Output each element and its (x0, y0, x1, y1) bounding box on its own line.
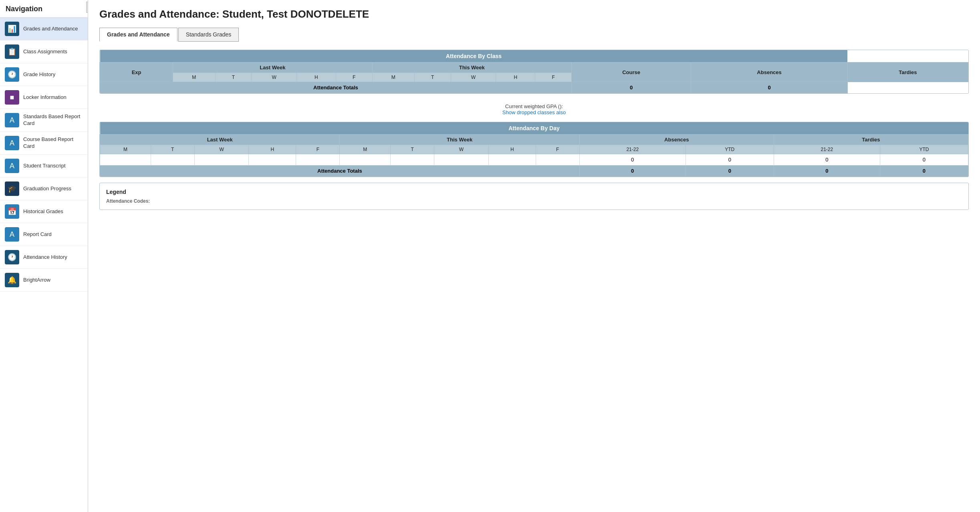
attendance-by-class-section: Attendance By Class Exp Last Week This W… (99, 50, 969, 94)
sidebar-item-class-assignments[interactable]: 📋Class Assignments (0, 40, 88, 63)
gpa-text: Current weighted GPA (): (99, 103, 969, 109)
sidebar-item-grade-history[interactable]: 🕐Grade History (0, 63, 88, 86)
sidebar-collapse-button[interactable]: ◀ (86, 2, 88, 13)
attendance-by-class-title: Attendance By Class (100, 50, 848, 62)
day-lw-h-val (249, 154, 296, 165)
day-lw-h: H (249, 145, 296, 154)
nav-icon-class-assignments: 📋 (5, 44, 19, 59)
day-tw-m-val (340, 154, 391, 165)
sidebar-item-locker-information[interactable]: ■Locker Information (0, 86, 88, 109)
main-content: Grades and Attendance: Student, Test DON… (88, 0, 980, 512)
attendance-by-class-header-row: Exp Last Week This Week Course Absences … (100, 62, 968, 73)
nav-icon-grades-attendance: 📊 (5, 22, 19, 36)
sidebar-item-label-attendance-history: Attendance History (23, 254, 67, 261)
sidebar: Navigation ◀ 📊Grades and Attendance📋Clas… (0, 0, 88, 512)
lw-t: T (215, 73, 252, 82)
gpa-section: Current weighted GPA (): Show dropped cl… (99, 99, 969, 122)
sidebar-item-label-bright-arrow: BrightArrow (23, 277, 50, 284)
attendance-by-day-header-row: Last Week This Week Absences Tardies (100, 135, 968, 145)
attendance-by-class-title-row: Attendance By Class (100, 50, 968, 62)
tardies-header-day: Tardies (774, 135, 968, 145)
sidebar-item-grades-attendance[interactable]: 📊Grades and Attendance (0, 18, 88, 40)
absences-header-day: Absences (579, 135, 774, 145)
tar-2122-header: 21-22 (774, 145, 880, 154)
attendance-totals-label-class: Attendance Totals (100, 82, 572, 93)
sidebar-item-label-report-card: Report Card (23, 231, 52, 238)
day-abs-ytd: 0 (686, 154, 774, 165)
day-lw-w-val (194, 154, 249, 165)
tab-standards-grades[interactable]: Standards Grades (178, 28, 239, 42)
sidebar-item-standards-based-report-card[interactable]: AStandards Based Report Card (0, 109, 88, 132)
sidebar-item-course-based-report-card[interactable]: ACourse Based Report Card (0, 132, 88, 155)
nav-icon-bright-arrow: 🔔 (5, 273, 19, 287)
sidebar-item-student-transcript[interactable]: AStudent Transcript (0, 155, 88, 177)
attendance-by-day-table: Attendance By Day Last Week This Week Ab… (100, 122, 968, 177)
day-tw-m: M (340, 145, 391, 154)
this-week-header-class: This Week (372, 62, 571, 73)
tw-w: W (451, 73, 496, 82)
nav-icon-attendance-history: 🕐 (5, 250, 19, 264)
sidebar-item-report-card[interactable]: AReport Card (0, 223, 88, 246)
sidebar-item-label-historical-grades: Historical Grades (23, 208, 63, 215)
day-tar-ytd: 0 (880, 154, 968, 165)
totals-tar-2122: 0 (774, 165, 880, 177)
sidebar-item-label-graduation-progress: Graduation Progress (23, 185, 71, 192)
nav-items-container: 📊Grades and Attendance📋Class Assignments… (0, 18, 88, 292)
attendance-by-class-totals-row: Attendance Totals 0 0 (100, 82, 968, 93)
lw-h: H (296, 73, 336, 82)
abs-2122-header: 21-22 (579, 145, 686, 154)
legend-attendance-codes: Attendance Codes: (106, 198, 962, 204)
nav-icon-student-transcript: A (5, 159, 19, 173)
course-header: Course (571, 62, 691, 82)
this-week-header-day: This Week (340, 135, 579, 145)
day-tw-h: H (488, 145, 536, 154)
lw-m: M (173, 73, 215, 82)
nav-icon-standards-based-report-card: A (5, 113, 19, 127)
sidebar-item-label-locker-information: Locker Information (23, 94, 67, 101)
attendance-by-day-data-row: 0 0 0 0 (100, 154, 968, 165)
sidebar-item-label-course-based-report-card: Course Based Report Card (23, 136, 83, 150)
sidebar-item-label-class-assignments: Class Assignments (23, 48, 67, 55)
lw-f: F (336, 73, 372, 82)
attendance-by-day-title: Attendance By Day (100, 122, 968, 135)
totals-abs-ytd: 0 (686, 165, 774, 177)
attendance-totals-label-day: Attendance Totals (100, 165, 580, 177)
total-absences-class: 0 (571, 82, 691, 93)
nav-icon-course-based-report-card: A (5, 136, 19, 150)
abs-ytd-header: YTD (686, 145, 774, 154)
day-tar-2122: 0 (774, 154, 880, 165)
day-lw-m-val (100, 154, 151, 165)
day-tw-w: W (434, 145, 489, 154)
day-lw-f: F (296, 145, 340, 154)
sidebar-item-historical-grades[interactable]: 📅Historical Grades (0, 200, 88, 223)
attendance-by-class-table: Attendance By Class Exp Last Week This W… (100, 50, 968, 93)
day-tw-h-val (488, 154, 536, 165)
absences-header-class: Absences (691, 62, 848, 82)
day-lw-f-val (296, 154, 340, 165)
day-tw-f-val (536, 154, 579, 165)
day-tw-w-val (434, 154, 489, 165)
exp-header: Exp (100, 62, 173, 82)
day-lw-t: T (151, 145, 194, 154)
tw-h: H (496, 73, 535, 82)
day-lw-w: W (194, 145, 249, 154)
sidebar-item-label-student-transcript: Student Transcript (23, 163, 66, 169)
sidebar-item-label-standards-based-report-card: Standards Based Report Card (23, 113, 83, 127)
nav-icon-historical-grades: 📅 (5, 204, 19, 219)
nav-icon-graduation-progress: 🎓 (5, 181, 19, 196)
sidebar-item-attendance-history[interactable]: 🕐Attendance History (0, 246, 88, 269)
sidebar-item-bright-arrow[interactable]: 🔔BrightArrow (0, 269, 88, 292)
nav-icon-report-card: A (5, 227, 19, 242)
last-week-header-class: Last Week (173, 62, 372, 73)
show-dropped-link[interactable]: Show dropped classes also (99, 109, 969, 119)
tw-f: F (535, 73, 572, 82)
attendance-by-day-totals-row: Attendance Totals 0 0 0 0 (100, 165, 968, 177)
day-lw-m: M (100, 145, 151, 154)
sidebar-item-graduation-progress[interactable]: 🎓Graduation Progress (0, 177, 88, 200)
totals-tar-ytd: 0 (880, 165, 968, 177)
attendance-by-day-days-row: M T W H F M T W H F 21-22 YTD 21-22 YTD (100, 145, 968, 154)
tab-grades-attendance[interactable]: Grades and Attendance (99, 28, 177, 42)
page-title: Grades and Attendance: Student, Test DON… (99, 8, 969, 20)
tar-ytd-header: YTD (880, 145, 968, 154)
sidebar-item-label-grades-attendance: Grades and Attendance (23, 26, 78, 32)
